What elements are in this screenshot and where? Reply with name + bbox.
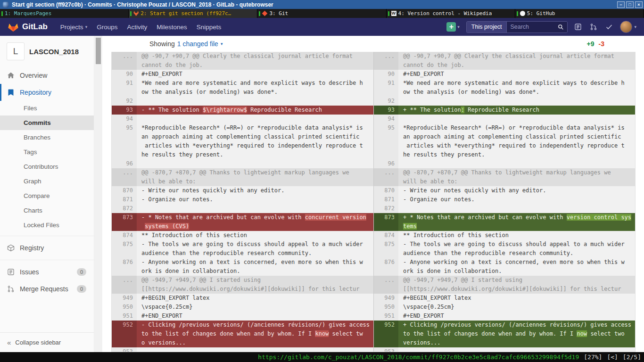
diff-row: 93- ** The solution $\rightarrow$ Reprod… bbox=[112, 106, 635, 115]
nav-link-projects[interactable]: Projects▾ bbox=[56, 24, 91, 31]
nav-link-groups[interactable]: Groups bbox=[92, 24, 122, 31]
left-code-cell: - Clicking /previous versions/ (/ancienn… bbox=[137, 321, 373, 347]
sidebar-item-label: Tags bbox=[24, 148, 37, 156]
new-line-number[interactable]: 95 bbox=[373, 123, 398, 159]
old-line-number[interactable]: 952 bbox=[112, 321, 137, 347]
new-line-number[interactable]: 872 bbox=[373, 204, 398, 213]
sidebar-item-files[interactable]: Files bbox=[0, 101, 94, 115]
new-line-number[interactable]: 96 bbox=[373, 159, 398, 168]
old-line-number[interactable]: 873 bbox=[112, 213, 137, 231]
additions-count: +9 bbox=[587, 40, 594, 48]
sidebar-item-merge-requests[interactable]: Merge Requests0 bbox=[0, 280, 94, 297]
gitlab-logo[interactable]: GitLab bbox=[8, 21, 48, 33]
browser-tab[interactable]: W4: Version control - Wikipedia bbox=[387, 9, 515, 18]
old-line-number[interactable]: 876 bbox=[112, 258, 137, 276]
new-dropdown-button[interactable]: + ▾ bbox=[446, 22, 460, 32]
new-line-number[interactable]: 94 bbox=[373, 115, 398, 123]
sidebar-item-commits[interactable]: Commits bbox=[0, 115, 94, 130]
nav-link-activity[interactable]: Activity bbox=[123, 24, 151, 31]
old-line-number[interactable]: 953 bbox=[112, 347, 137, 352]
minimize-button[interactable]: − bbox=[617, 1, 625, 8]
new-line-number[interactable]: 91 bbox=[373, 79, 398, 97]
old-line-number[interactable]: 949 bbox=[112, 294, 137, 303]
old-line-number[interactable]: 874 bbox=[112, 231, 137, 240]
new-line-number[interactable]: 951 bbox=[373, 312, 398, 321]
browser-tab[interactable]: 5: GitHub bbox=[515, 9, 644, 18]
right-code-cell bbox=[398, 97, 635, 106]
todo-check-icon[interactable] bbox=[605, 23, 613, 31]
issues-icon[interactable] bbox=[574, 23, 582, 31]
sidebar-item-locked-files[interactable]: Locked Files bbox=[0, 218, 94, 232]
new-line-number[interactable]: 873 bbox=[373, 213, 398, 231]
old-line-number[interactable]: 90 bbox=[112, 70, 137, 79]
sidebar-item-issues[interactable]: Issues0 bbox=[0, 263, 94, 280]
old-line-number[interactable]: 92 bbox=[112, 97, 137, 106]
new-line-number[interactable]: 950 bbox=[373, 303, 398, 312]
maximize-button[interactable]: □ bbox=[626, 1, 634, 8]
browser-tab[interactable]: 2: Start git section (ff927c… bbox=[129, 9, 257, 18]
gitlab-tanuki-icon bbox=[8, 21, 19, 33]
old-line-number[interactable]: 870 bbox=[112, 186, 137, 195]
old-line-number[interactable]: 93 bbox=[112, 106, 137, 115]
old-line-number[interactable]: 94 bbox=[112, 115, 137, 123]
close-button[interactable]: × bbox=[635, 1, 643, 8]
code-line: - Anyone working on a text is concerned,… bbox=[403, 258, 635, 267]
nav-link-label: Activity bbox=[127, 24, 147, 31]
new-line-number[interactable]: 876 bbox=[373, 258, 398, 276]
sidebar-item-label: Repository bbox=[20, 89, 51, 96]
code-line bbox=[141, 204, 373, 213]
old-line-number[interactable]: 95 bbox=[112, 123, 137, 159]
search-scope-button[interactable]: This project bbox=[467, 22, 507, 33]
sidebar-item-branches[interactable]: Branches bbox=[0, 130, 94, 145]
old-line-number[interactable]: 872 bbox=[112, 204, 137, 213]
new-line-number[interactable]: 870 bbox=[373, 186, 398, 195]
browser-tab[interactable]: 1: MarquesPages bbox=[0, 9, 129, 18]
sidebar-item-compare[interactable]: Compare bbox=[0, 189, 94, 203]
sidebar-item-charts[interactable]: Charts bbox=[0, 203, 94, 218]
issues-icon bbox=[7, 268, 15, 276]
new-line-number[interactable]: 875 bbox=[373, 240, 398, 258]
new-line-number[interactable]: 871 bbox=[373, 195, 398, 204]
new-line-number[interactable]: 952 bbox=[373, 321, 398, 347]
old-line-number[interactable]: 875 bbox=[112, 240, 137, 258]
sidebar-item-repository[interactable]: Repository bbox=[0, 84, 94, 101]
sidebar-item-contributors[interactable]: Contributors bbox=[0, 159, 94, 174]
new-line-number[interactable]: 93 bbox=[373, 106, 398, 115]
changed-files-dropdown[interactable]: 1 changed file bbox=[177, 40, 218, 48]
search-placeholder: Search bbox=[510, 24, 529, 30]
old-line-number[interactable]: 91 bbox=[112, 79, 137, 97]
new-line-number[interactable]: 874 bbox=[373, 231, 398, 240]
new-line-number[interactable]: 953 bbox=[373, 347, 398, 352]
old-line-number[interactable]: 96 bbox=[112, 159, 137, 168]
search-input[interactable]: Search bbox=[507, 22, 567, 33]
old-line-number[interactable]: 951 bbox=[112, 312, 137, 321]
code-line: @@ -90,7 +90,7 @@ Clearly the classical … bbox=[403, 52, 635, 61]
collapse-sidebar-button[interactable]: « Collapse sidebar bbox=[0, 332, 94, 352]
right-code-cell: #+END_EXPORT bbox=[398, 312, 635, 321]
nav-link-milestones[interactable]: Milestones bbox=[152, 24, 191, 31]
browser-tab[interactable]: 3: Git bbox=[257, 9, 386, 18]
nav-link-snippets[interactable]: Snippets bbox=[192, 24, 226, 31]
left-code-cell: #+END_EXPORT bbox=[137, 70, 373, 79]
sidebar-item-graph[interactable]: Graph bbox=[0, 174, 94, 189]
code-line bbox=[403, 204, 635, 213]
new-line-number[interactable]: 92 bbox=[373, 97, 398, 106]
old-line-number[interactable]: 871 bbox=[112, 195, 137, 204]
header-search: This project Search bbox=[466, 21, 568, 33]
scrollbar-thumb[interactable] bbox=[96, 38, 101, 64]
right-code-cell: + Clicking /previous versions/ (/ancienn… bbox=[398, 321, 635, 347]
new-line-number[interactable]: 90 bbox=[373, 70, 398, 79]
sidebar-item-overview[interactable]: Overview bbox=[0, 67, 94, 84]
sidebar-item-tags[interactable]: Tags bbox=[0, 145, 94, 159]
user-menu[interactable]: ▾ bbox=[620, 21, 636, 33]
code-line: @@ -949,7 +949,7 @@ I started using bbox=[403, 276, 635, 285]
diff-row: 9494 bbox=[112, 115, 635, 123]
merge-request-icon[interactable] bbox=[590, 23, 598, 31]
right-code-cell bbox=[398, 115, 635, 123]
sidebar-item-registry[interactable]: Registry bbox=[0, 239, 94, 256]
sidebar-divider bbox=[0, 236, 94, 236]
new-line-number[interactable]: 949 bbox=[373, 294, 398, 303]
old-line-number[interactable]: 950 bbox=[112, 303, 137, 312]
scrollbar-track[interactable] bbox=[94, 36, 102, 352]
project-link[interactable]: L LASCON_2018 bbox=[0, 36, 94, 67]
